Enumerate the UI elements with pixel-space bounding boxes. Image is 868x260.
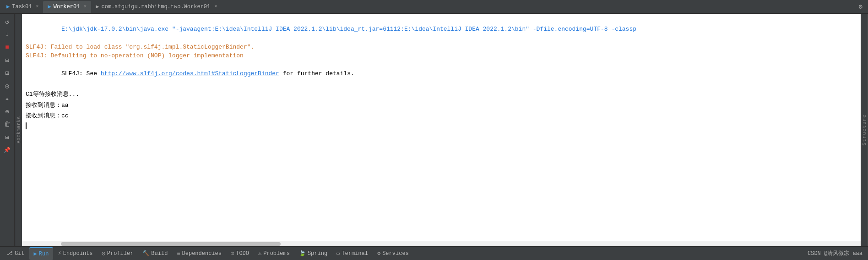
dump-button[interactable]: ⊟ xyxy=(1,54,14,66)
tab-endpoints[interactable]: ⚡ Endpoints xyxy=(53,247,97,260)
bottom-bar: ⎇ Git ▶ Run ⚡ Endpoints ◎ Profiler 🔨 Bui… xyxy=(0,246,868,260)
output-scrollbar-area[interactable] xyxy=(22,241,861,246)
log-line-3-before: SLF4J: See xyxy=(61,70,101,77)
pin2-button[interactable]: 📌 xyxy=(1,144,14,156)
tab-close-full[interactable]: × xyxy=(214,4,217,9)
bookmarks-panel[interactable]: Bookmarks xyxy=(15,14,22,246)
structure-label-text: Structure xyxy=(862,114,867,145)
tab-services[interactable]: ⚙ Services xyxy=(373,247,413,260)
tab-profiler[interactable]: ◎ Profiler xyxy=(98,247,138,260)
scroll-down-button[interactable]: ↓ xyxy=(1,28,14,40)
log-line-4: C1等待接收消息... xyxy=(26,90,857,99)
tab-label-2: Worker01 xyxy=(54,4,80,10)
output-scrollbar[interactable] xyxy=(61,242,281,246)
tab-run-icon-3: ▶ xyxy=(96,3,99,10)
content-wrapper: Bookmarks E:\jdk\jdk-17.0.2\bin\java.exe… xyxy=(15,14,868,246)
spring-icon: 🍃 xyxy=(299,250,306,257)
trash-button[interactable]: 🗑 xyxy=(1,118,14,130)
run-icon: ▶ xyxy=(34,250,37,257)
tab-todo[interactable]: ☑ TODO xyxy=(226,247,254,260)
log-line-6: 接收到消息：cc xyxy=(26,111,857,121)
todo-icon: ☑ xyxy=(231,250,234,257)
log-line-3-after: for further details. xyxy=(279,70,354,77)
output-area[interactable]: E:\jdk\jdk-17.0.2\bin\java.exe "-javaage… xyxy=(22,14,861,241)
terminal-label: Terminal xyxy=(342,250,368,257)
endpoints-label: Endpoints xyxy=(63,250,93,257)
main-area: ↺ ↓ ■ ⊟ ⊞ ◎ ✦ ⊕ 🗑 ⊞ 📌 Bookmarks E:\jdk\j… xyxy=(0,14,868,246)
tab-bar: ▶ Task01 × ▶ Worker01 × ▶ com.atguigu.ra… xyxy=(0,0,868,14)
right-info: CSDN @清风微凉 aaa xyxy=(808,249,866,257)
tab-close-worker01[interactable]: × xyxy=(84,4,87,9)
tab-build[interactable]: 🔨 Build xyxy=(138,247,172,260)
dependencies-label: Dependencies xyxy=(182,250,222,257)
run-settings-button[interactable]: ✦ xyxy=(1,93,14,105)
spring-label: Spring xyxy=(308,250,327,257)
services-label: Services xyxy=(382,250,409,257)
tab-git[interactable]: ⎇ Git xyxy=(2,247,29,260)
problems-icon: ⚠ xyxy=(258,250,261,257)
slf4j-link[interactable]: http://www.slf4j.org/codes.html#StaticLo… xyxy=(101,70,279,77)
tab-spring[interactable]: 🍃 Spring xyxy=(294,247,332,260)
log-line-2: SLF4J: Defaulting to no-operation (NOP) … xyxy=(26,51,857,61)
cmd-path[interactable]: E:\jdk\jdk-17.0.2\bin\java.exe "-javaage… xyxy=(61,26,636,33)
tab-terminal[interactable]: ▭ Terminal xyxy=(332,247,373,260)
log-line-5: 接收到消息：aa xyxy=(26,101,857,110)
restore-button[interactable]: ⊞ xyxy=(1,67,14,79)
rerun-button[interactable]: ↺ xyxy=(1,16,14,28)
tab-run-icon-2: ▶ xyxy=(48,3,51,10)
settings-icon[interactable]: ⚙ xyxy=(855,3,866,11)
layout-button[interactable]: ⊞ xyxy=(1,131,14,143)
left-toolbar: ↺ ↓ ■ ⊟ ⊞ ◎ ✦ ⊕ 🗑 ⊞ 📌 xyxy=(0,14,15,246)
build-label: Build xyxy=(151,250,168,257)
tab-problems[interactable]: ⚠ Problems xyxy=(254,247,294,260)
tab-label-3: com.atguigu.rabbitmq.two.Worker01 xyxy=(102,4,211,10)
endpoints-icon: ⚡ xyxy=(58,250,61,257)
text-cursor xyxy=(26,122,27,129)
todo-label: TODO xyxy=(236,250,249,257)
dependencies-icon: ≡ xyxy=(177,250,180,257)
log-line-1: SLF4J: Failed to load class "org.slf4j.i… xyxy=(26,43,857,52)
tab-task01[interactable]: ▶ Task01 × xyxy=(2,1,43,13)
tab-worker01-full[interactable]: ▶ com.atguigu.rabbitmq.two.Worker01 × xyxy=(91,1,222,13)
problems-label: Problems xyxy=(263,250,290,257)
tab-run[interactable]: ▶ Run xyxy=(29,247,54,260)
run-label: Run xyxy=(39,251,49,257)
tab-run-icon: ▶ xyxy=(6,3,10,10)
tab-worker01[interactable]: ▶ Worker01 × xyxy=(43,1,91,13)
bookmarks-label: Bookmarks xyxy=(16,116,22,144)
services-icon: ⚙ xyxy=(377,250,380,257)
cmd-line: E:\jdk\jdk-17.0.2\bin\java.exe "-javaage… xyxy=(26,16,857,43)
cursor-line xyxy=(26,122,857,129)
terminal-icon: ▭ xyxy=(336,250,340,257)
profiler-icon: ◎ xyxy=(102,250,105,257)
stop-button[interactable]: ■ xyxy=(1,41,14,53)
structure-panel[interactable]: Structure xyxy=(861,14,868,246)
build-icon: 🔨 xyxy=(142,250,149,257)
git-label: Git xyxy=(15,250,25,257)
git-icon: ⎇ xyxy=(6,250,13,257)
screenshot-button[interactable]: ◎ xyxy=(1,80,14,92)
log-line-3: SLF4J: See http://www.slf4j.org/codes.ht… xyxy=(26,61,857,88)
tab-dependencies[interactable]: ≡ Dependencies xyxy=(172,247,226,260)
tab-close-task01[interactable]: × xyxy=(36,4,38,9)
pin-button[interactable]: ⊕ xyxy=(1,105,14,117)
profiler-label: Profiler xyxy=(107,250,134,257)
tab-label: Task01 xyxy=(12,4,32,10)
